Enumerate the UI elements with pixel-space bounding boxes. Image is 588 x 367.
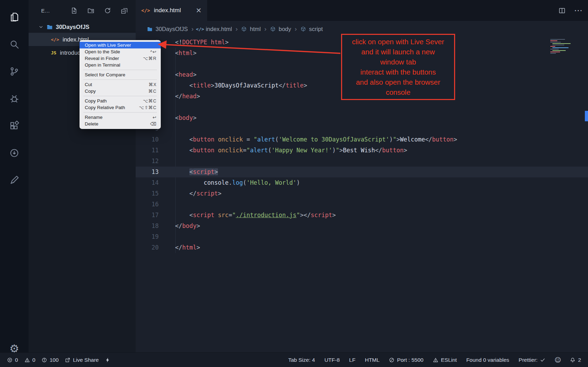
status-html[interactable]: HTML [365, 357, 379, 363]
breadcrumb-html[interactable]: html [241, 26, 261, 32]
error-icon [7, 357, 13, 363]
status-smiley-icon[interactable]: ☺ [555, 357, 560, 363]
tree-root-label: 30DaysOfJS [56, 24, 89, 30]
code-line: 19 [136, 231, 588, 242]
split-editor-icon[interactable] [558, 7, 566, 14]
status-bolt-icon[interactable] [105, 357, 111, 363]
line-number[interactable]: 18 [136, 221, 159, 231]
minimap[interactable] [550, 38, 582, 54]
check-icon [540, 357, 545, 363]
menu-item-label: Rename [85, 115, 103, 120]
line-number[interactable]: 17 [136, 210, 159, 221]
menu-item-cut[interactable]: Cut⌘X [80, 81, 161, 88]
menu-item-label: Select for Compare [85, 72, 125, 77]
activity-extensions[interactable] [0, 112, 29, 139]
chevron-down-icon [38, 24, 44, 30]
code-line: 9 [136, 123, 588, 134]
menu-item-shortcut: ⌥⌘R [143, 56, 157, 61]
status-prettier[interactable]: Prettier: [519, 357, 545, 363]
line-number[interactable]: 19 [136, 231, 159, 242]
status-live-share[interactable]: Live Share [65, 357, 99, 363]
breadcrumb-separator: › [191, 25, 194, 33]
status-label: LF [349, 357, 355, 363]
live-share-icon [9, 148, 20, 158]
line-number[interactable]: 10 [136, 134, 159, 145]
status-eslint[interactable]: ESLint [433, 357, 457, 363]
breadcrumb-label: html [250, 26, 261, 32]
status-port-5500[interactable]: Port : 5500 [389, 357, 423, 363]
code-text: </head> [175, 91, 200, 102]
menu-item-open-in-terminal[interactable]: Open in Terminal [80, 62, 161, 68]
line-number[interactable]: 13 [136, 167, 159, 177]
activity-search[interactable] [0, 31, 29, 58]
new-folder-button[interactable] [87, 7, 95, 14]
new-file-button[interactable] [70, 7, 78, 14]
folder-icon [46, 24, 53, 30]
tab-index-html[interactable]: </> index.html ✕ [136, 0, 207, 21]
tree-root-30daysofjs[interactable]: 30DaysOfJS [29, 21, 136, 33]
line-number[interactable]: 12 [136, 156, 159, 167]
share-icon [65, 357, 70, 363]
activity-bar-top [0, 3, 29, 194]
status-0[interactable]: 0 [24, 357, 36, 363]
menu-item-shortcut: ⌘C [148, 89, 157, 94]
extensions-icon [9, 121, 20, 131]
line-number[interactable]: 14 [136, 177, 159, 188]
activity-source-control[interactable] [0, 58, 29, 85]
annotation-line: and it will launch a new [343, 47, 453, 57]
close-icon[interactable]: ✕ [196, 6, 202, 15]
menu-item-delete[interactable]: Delete⌫ [80, 121, 161, 127]
status-lf[interactable]: LF [349, 357, 355, 363]
breadcrumb-30daysofjs[interactable]: 30DaysOfJS [147, 26, 188, 32]
code-text: <head> [175, 69, 196, 80]
more-actions-icon[interactable]: ⋯ [574, 6, 582, 15]
files-icon [9, 12, 20, 22]
menu-item-shortcut: ⌫ [150, 121, 157, 127]
menu-item-copy-path[interactable]: Copy Path⌥⌘C [80, 98, 161, 104]
line-number[interactable]: 16 [136, 199, 159, 210]
menu-item-open-with-live-server[interactable]: Open with Live Server [80, 42, 161, 48]
menu-item-copy-relative-path[interactable]: Copy Relative Path⌥⇧⌘C [80, 104, 161, 111]
annotation-box: click on open with Live Severand it will… [341, 34, 455, 100]
status-utf-8[interactable]: UTF-8 [324, 357, 340, 363]
activity-bar: ⚙ [0, 0, 29, 367]
menu-item-open-to-the-side[interactable]: Open to the Side^↩ [80, 48, 161, 55]
menu-item-label: Delete [85, 121, 98, 127]
menu-item-label: Copy [85, 89, 96, 94]
status-label: ESLint [441, 357, 457, 363]
line-number[interactable]: 11 [136, 145, 159, 156]
smiley-icon: ☺ [555, 357, 560, 363]
status-label: 0 [15, 357, 18, 363]
activity-feedback[interactable] [0, 167, 29, 194]
status-found-0-variables[interactable]: Found 0 variables [466, 357, 509, 363]
collapse-all-button[interactable] [121, 7, 128, 14]
status-2[interactable]: 2 [570, 357, 581, 363]
info-icon [42, 357, 47, 363]
menu-item-select-for-compare[interactable]: Select for Compare [80, 71, 161, 78]
status-100[interactable]: 100 [42, 357, 59, 363]
menu-item-rename[interactable]: Rename↩ [80, 114, 161, 121]
menu-item-copy[interactable]: Copy⌘C [80, 88, 161, 94]
breadcrumb-index-html[interactable]: </>index.html [197, 26, 232, 32]
status-0[interactable]: 0 [7, 357, 18, 363]
line-number[interactable]: 20 [136, 242, 159, 253]
status-tab-size-4[interactable]: Tab Size: 4 [288, 357, 315, 363]
refresh-button[interactable] [104, 7, 111, 14]
activity-run-and-debug[interactable] [0, 85, 29, 112]
status-label: Found 0 variables [466, 357, 509, 363]
breadcrumb-script[interactable]: script [300, 26, 323, 32]
menu-item-label: Copy Path [85, 98, 107, 104]
activity-live-share[interactable] [0, 139, 29, 167]
html-file-icon: </> [51, 37, 59, 42]
line-number[interactable]: 15 [136, 188, 159, 199]
activity-explorer[interactable] [0, 3, 29, 31]
breadcrumb-label: body [279, 26, 291, 32]
status-label: Port : 5500 [397, 357, 423, 363]
menu-item-reveal-in-finder[interactable]: Reveal in Finder⌥⌘R [80, 55, 161, 62]
code-line: 12 [136, 156, 588, 167]
code-text: <title>30DaysOfJavaScript</title> [175, 80, 307, 91]
menu-separator [83, 79, 157, 80]
code-line: 14 console.log('Hello, World') [136, 177, 588, 188]
menu-item-label: Open with Live Server [85, 43, 131, 48]
breadcrumb-body[interactable]: body [270, 26, 291, 32]
